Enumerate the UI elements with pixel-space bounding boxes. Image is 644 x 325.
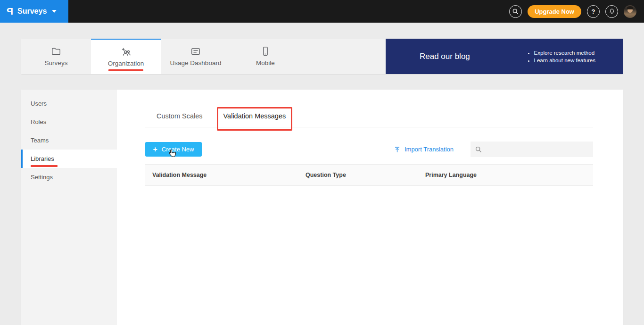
library-tabs: Custom Scales Validation Messages (145, 109, 593, 127)
plus-icon: + (153, 146, 157, 153)
import-icon (394, 146, 401, 153)
tab-usage-dashboard[interactable]: Usage Dashboard (161, 39, 231, 74)
dashboard-icon (190, 46, 201, 57)
tab-organization[interactable]: Organization (91, 39, 161, 74)
libraries-content: Custom Scales Validation Messages + Crea… (117, 90, 623, 325)
tab-validation-messages[interactable]: Validation Messages (223, 109, 286, 127)
mobile-icon (262, 46, 269, 57)
column-validation-message: Validation Message (145, 172, 305, 178)
sidebar-item-teams[interactable]: Teams (21, 131, 117, 150)
import-translation-label: Import Translation (405, 146, 454, 153)
search-input[interactable] (486, 146, 588, 153)
table-header: Validation Message Question Type Primary… (145, 164, 593, 186)
tab-custom-scales[interactable]: Custom Scales (157, 109, 203, 127)
tab-label: Mobile (256, 59, 275, 67)
tab-label: Organization (108, 60, 144, 67)
settings-sidebar: Users Roles Teams Libraries Settings (21, 90, 117, 325)
main-card: Users Roles Teams Libraries Settings Cus… (21, 90, 623, 325)
avatar[interactable] (624, 5, 636, 18)
blog-bullet: Explore research method (534, 50, 595, 56)
import-translation-link[interactable]: Import Translation (394, 146, 454, 153)
upgrade-now-button[interactable]: Upgrade Now (528, 5, 581, 18)
toolbar: + Create New Import Translation (145, 142, 593, 157)
module-nav-card: Surveys Organization (21, 39, 386, 74)
table-search[interactable] (471, 142, 593, 157)
tab-label: Usage Dashboard (170, 59, 222, 67)
search-button[interactable] (509, 5, 522, 18)
chevron-down-icon (52, 10, 57, 13)
tab-label: Surveys (45, 59, 68, 67)
bell-icon (609, 8, 615, 15)
module-nav: Surveys Organization (21, 39, 623, 74)
create-new-label: Create New (162, 146, 194, 153)
annotation-underline-libraries (31, 165, 58, 167)
tab-surveys[interactable]: Surveys (21, 39, 91, 74)
sidebar-item-users[interactable]: Users (21, 94, 117, 113)
sidebar-item-libraries[interactable]: Libraries (21, 150, 117, 168)
column-question-type: Question Type (305, 172, 425, 178)
product-name: Surveys (17, 7, 47, 16)
tab-mobile[interactable]: Mobile (231, 39, 300, 74)
create-new-button[interactable]: + Create New (145, 142, 202, 157)
tab-label: Validation Messages (223, 112, 286, 120)
product-switcher[interactable]: P Surveys (0, 0, 68, 23)
search-icon (512, 8, 519, 15)
column-primary-language: Primary Language (425, 172, 593, 178)
sidebar-item-label: Libraries (31, 155, 54, 162)
search-icon (475, 146, 482, 153)
sidebar-item-settings[interactable]: Settings (21, 168, 117, 186)
questionpro-logo-icon: P (7, 6, 13, 17)
blog-bullet-list: Explore research method Learn about new … (528, 48, 595, 65)
sidebar-item-roles[interactable]: Roles (21, 113, 117, 131)
blog-title-link[interactable]: Read our blog (420, 52, 470, 61)
topbar: P Surveys Upgrade Now ? (0, 0, 644, 23)
blog-panel: Read our blog Explore research method Le… (386, 39, 623, 74)
annotation-underline-organization (108, 69, 143, 71)
help-button[interactable]: ? (587, 5, 600, 18)
people-add-icon (120, 47, 132, 57)
topbar-actions: Upgrade Now ? (509, 5, 644, 18)
blog-bullet: Learn about new features (534, 58, 595, 63)
notifications-button[interactable] (605, 5, 618, 18)
folder-icon (51, 46, 61, 57)
